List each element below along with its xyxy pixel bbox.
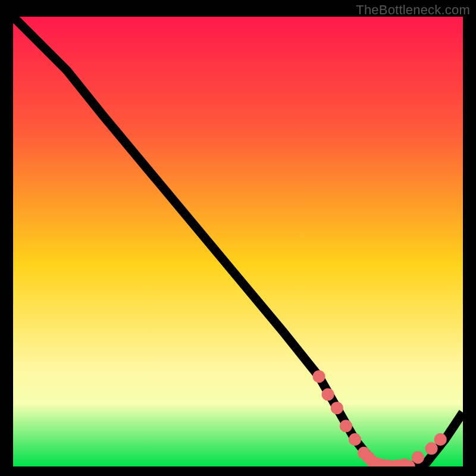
highlight-dot <box>315 372 323 381</box>
highlight-dot <box>427 444 436 453</box>
plot-area <box>13 17 463 466</box>
highlight-dot <box>436 436 444 444</box>
chart-svg <box>13 17 463 466</box>
highlight-dot <box>333 404 342 412</box>
highlight-dot <box>405 462 413 466</box>
chart-frame: TheBottleneck.com <box>0 0 476 476</box>
highlight-dot <box>324 390 332 399</box>
highlight-dot <box>342 422 350 430</box>
highlight-dots-group <box>315 372 444 466</box>
highlight-dot <box>351 436 359 444</box>
watermark-text: TheBottleneck.com <box>356 2 470 18</box>
highlight-dot <box>414 453 422 462</box>
bottleneck-curve <box>13 17 463 466</box>
